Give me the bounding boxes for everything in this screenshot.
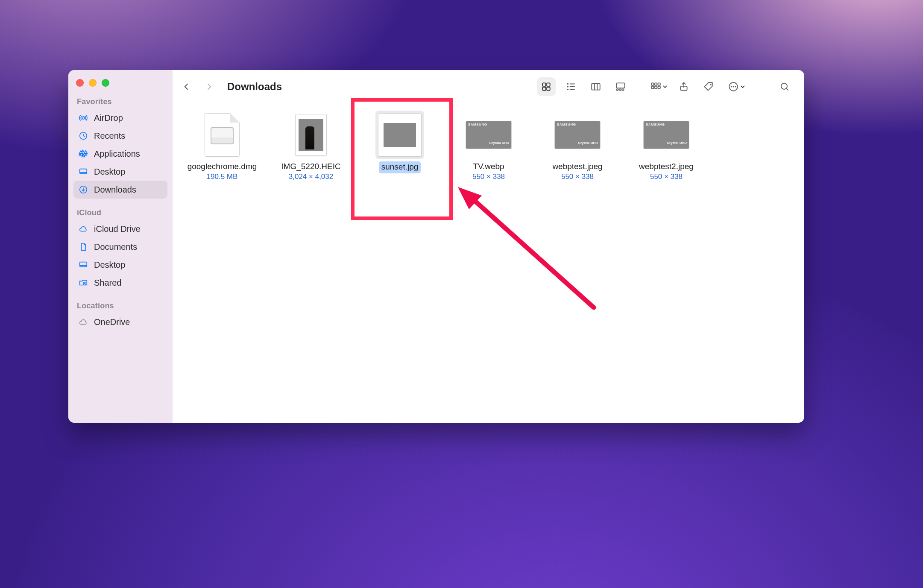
svg-point-30 [781,83,787,89]
sidebar-item-label: Documents [94,242,137,252]
minimize-window-button[interactable] [89,79,97,87]
close-window-button[interactable] [76,79,84,87]
toolbar: Downloads [173,70,804,103]
sidebar-item-label: Recents [94,131,125,141]
sidebar-item-desktop-icloud[interactable]: Desktop [73,256,167,274]
svg-rect-15 [616,89,618,90]
sidebar-item-icloud-drive[interactable]: iCloud Drive [73,220,167,238]
sidebar-item-applications[interactable]: Applications [73,145,167,163]
file-name: webptest.jpeg [552,161,602,172]
sidebar-item-label: Applications [94,149,140,159]
file-name: IMG_5220.HEIC [281,161,340,172]
view-icons-button[interactable] [537,77,556,96]
sidebar: Favorites AirDrop Recents Applications [68,70,173,423]
svg-point-11 [567,86,568,87]
view-gallery-button[interactable] [611,77,630,96]
file-name: googlechrome.dmg [188,161,257,172]
svg-rect-22 [658,83,660,85]
sidebar-item-shared[interactable]: Shared [73,274,167,292]
sidebar-item-documents[interactable]: Documents [73,238,167,256]
downloads-icon [78,184,89,195]
file-item-selected[interactable]: sunset.jpg [357,108,442,185]
svg-rect-7 [547,83,550,86]
svg-rect-9 [547,87,550,91]
file-grid[interactable]: googlechrome.dmg 190.5 MB IMG_5220.HEIC … [173,103,804,423]
forward-button[interactable] [202,80,215,93]
dmg-icon [205,113,240,157]
svg-point-25 [710,84,711,85]
svg-rect-21 [655,86,657,88]
chevron-down-icon [739,83,746,90]
doc-icon [78,241,89,252]
svg-rect-14 [616,83,625,88]
sidebar-item-desktop[interactable]: Desktop [73,163,167,181]
file-meta: 550 × 338 [472,173,505,181]
apps-icon [78,148,89,159]
desktop-icon [78,259,89,270]
svg-rect-6 [542,83,546,86]
desktop-icon [78,166,89,177]
svg-rect-16 [619,89,621,90]
file-meta: 3,024 × 4,032 [289,173,333,181]
file-thumbnail [288,112,334,158]
svg-rect-20 [655,83,657,85]
file-thumbnail [199,112,245,158]
file-thumbnail [554,112,601,158]
view-columns-button[interactable] [586,77,605,96]
sidebar-item-airdrop[interactable]: AirDrop [73,109,167,127]
sidebar-item-downloads[interactable]: Downloads [73,181,167,199]
svg-rect-17 [622,89,624,90]
sidebar-section-favorites: Favorites AirDrop Recents Applications [73,96,167,199]
sidebar-item-label: Desktop [94,167,125,177]
file-thumbnail [377,112,423,158]
sidebar-item-recents[interactable]: Recents [73,127,167,145]
toolbar-search-group [775,77,794,96]
sidebar-item-label: Desktop [94,260,125,270]
sidebar-item-onedrive[interactable]: OneDrive [73,313,167,331]
view-list-button[interactable] [562,77,580,96]
svg-rect-8 [542,87,546,91]
tags-button[interactable] [699,77,718,96]
svg-rect-2 [80,169,87,174]
fullscreen-window-button[interactable] [102,79,109,87]
svg-rect-4 [80,262,87,267]
svg-point-29 [735,86,736,87]
file-item[interactable]: googlechrome.dmg 190.5 MB [179,108,265,185]
file-name: TV.webp [473,161,504,172]
toolbar-actions [646,77,746,96]
file-meta: 550 × 338 [650,173,683,181]
svg-point-10 [567,83,568,85]
more-actions-button[interactable] [724,77,746,96]
svg-rect-19 [651,86,653,88]
file-item[interactable]: webptest.jpeg 550 × 338 [535,108,620,185]
back-button[interactable] [180,80,193,93]
file-item[interactable]: IMG_5220.HEIC 3,024 × 4,032 [268,108,354,185]
svg-rect-18 [651,83,653,85]
cloud-grey-icon [78,316,89,328]
file-name[interactable]: sunset.jpg [379,161,421,173]
file-item[interactable]: webptest2.jpeg 550 × 338 [624,108,709,185]
sidebar-section-icloud: iCloud iCloud Drive Documents Desktop [73,207,167,292]
nav-buttons [180,80,215,93]
sidebar-item-label: Downloads [94,185,136,195]
sidebar-item-label: Shared [94,278,122,288]
file-thumbnail [466,112,512,158]
search-button[interactable] [775,77,794,96]
svg-point-28 [733,86,734,87]
sidebar-item-label: iCloud Drive [94,224,141,234]
sidebar-section-locations: Locations OneDrive [73,300,167,331]
finder-window: Favorites AirDrop Recents Applications [68,70,804,423]
file-meta: 190.5 MB [207,173,238,181]
view-switcher [537,77,630,96]
clock-icon [78,130,89,141]
share-button[interactable] [674,77,693,96]
svg-point-12 [567,89,568,90]
chevron-down-icon [662,83,668,90]
main-area: Downloads [173,70,804,423]
file-item[interactable]: TV.webp 550 × 338 [446,108,531,185]
svg-rect-23 [658,86,660,88]
group-by-button[interactable] [646,77,668,96]
airdrop-icon [78,112,89,123]
svg-point-0 [82,117,85,119]
shared-icon [78,277,89,288]
